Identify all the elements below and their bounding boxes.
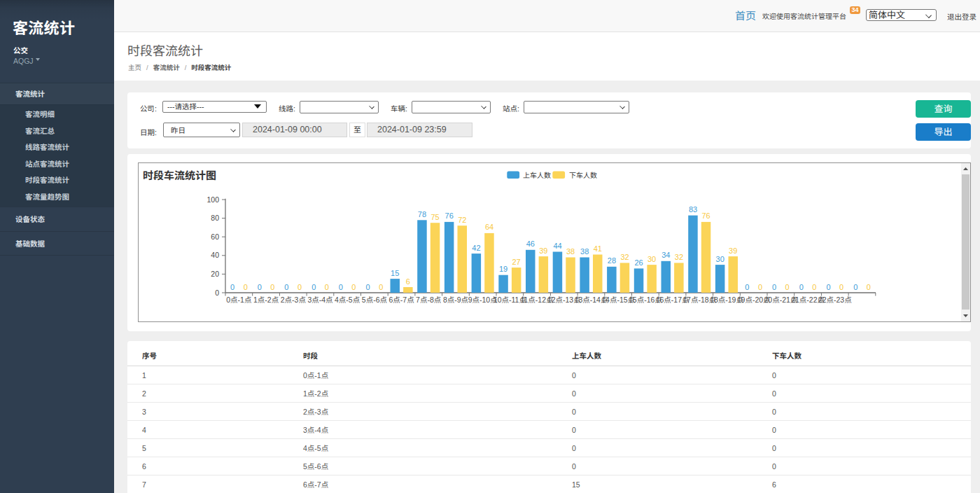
svg-text:41: 41 — [594, 244, 602, 253]
svg-text:上车人数: 上车人数 — [523, 172, 551, 179]
svg-text:75: 75 — [430, 213, 439, 221]
svg-text:80: 80 — [211, 214, 219, 222]
svg-text:32: 32 — [620, 253, 629, 261]
svg-text:28: 28 — [608, 256, 616, 265]
svg-text:0: 0 — [785, 283, 790, 291]
svg-text:2点-3点: 2点-3点 — [281, 296, 306, 304]
svg-text:42: 42 — [472, 244, 480, 252]
svg-text:100: 100 — [206, 195, 219, 204]
svg-text:38: 38 — [566, 247, 575, 256]
svg-text:4点-5点: 4点-5点 — [335, 296, 360, 304]
svg-text:76: 76 — [701, 211, 710, 220]
svg-text:0: 0 — [298, 283, 302, 291]
svg-text:0: 0 — [758, 283, 762, 291]
svg-text:27: 27 — [512, 258, 520, 266]
svg-text:0: 0 — [853, 283, 858, 291]
svg-text:60: 60 — [211, 232, 219, 241]
svg-text:0: 0 — [772, 283, 776, 291]
svg-text:40: 40 — [211, 251, 219, 259]
svg-text:5点-6点: 5点-6点 — [362, 296, 387, 304]
svg-text:0: 0 — [379, 283, 383, 291]
svg-text:39: 39 — [729, 246, 737, 255]
svg-text:0: 0 — [215, 289, 219, 297]
svg-text:6点-7点: 6点-7点 — [389, 296, 414, 304]
svg-text:76: 76 — [445, 211, 454, 220]
svg-text:78: 78 — [418, 210, 426, 218]
svg-text:30: 30 — [648, 255, 656, 263]
svg-text:72: 72 — [458, 216, 466, 224]
svg-text:32: 32 — [675, 253, 683, 261]
svg-text:8点-9点: 8点-9点 — [443, 296, 468, 304]
svg-text:7点-8点: 7点-8点 — [416, 296, 441, 304]
svg-text:0: 0 — [839, 283, 844, 291]
svg-text:0: 0 — [339, 283, 343, 291]
svg-text:0: 0 — [258, 283, 262, 291]
svg-text:6: 6 — [406, 277, 410, 286]
svg-text:0: 0 — [284, 283, 288, 291]
svg-text:0: 0 — [312, 283, 316, 291]
svg-text:时段车流统计图: 时段车流统计图 — [143, 169, 216, 181]
svg-text:0: 0 — [270, 283, 274, 291]
svg-text:0: 0 — [351, 283, 356, 291]
svg-text:0: 0 — [230, 283, 234, 291]
svg-text:1点-2点: 1点-2点 — [253, 296, 279, 304]
svg-text:0: 0 — [812, 283, 816, 291]
svg-text:0: 0 — [826, 283, 830, 291]
svg-text:下车人数: 下车人数 — [569, 172, 597, 179]
svg-text:0: 0 — [244, 283, 248, 291]
svg-text:0: 0 — [745, 283, 749, 291]
svg-text:0: 0 — [799, 283, 804, 291]
svg-text:26: 26 — [634, 258, 643, 267]
svg-text:46: 46 — [526, 239, 535, 248]
svg-text:20: 20 — [211, 270, 219, 278]
svg-text:34: 34 — [662, 251, 670, 259]
svg-text:0: 0 — [366, 283, 370, 291]
svg-text:30: 30 — [716, 255, 724, 263]
svg-text:22点-23点: 22点-23点 — [818, 296, 852, 304]
svg-text:15: 15 — [391, 269, 399, 277]
svg-text:64: 64 — [485, 223, 493, 231]
svg-text:3点-4点: 3点-4点 — [307, 296, 332, 304]
svg-text:44: 44 — [553, 242, 561, 250]
svg-text:0: 0 — [867, 283, 871, 291]
svg-text:83: 83 — [689, 205, 697, 214]
svg-text:0: 0 — [325, 283, 329, 291]
svg-text:39: 39 — [539, 246, 547, 255]
svg-text:19: 19 — [499, 265, 507, 273]
svg-text:0点-1点: 0点-1点 — [226, 296, 251, 304]
svg-text:38: 38 — [580, 247, 589, 256]
